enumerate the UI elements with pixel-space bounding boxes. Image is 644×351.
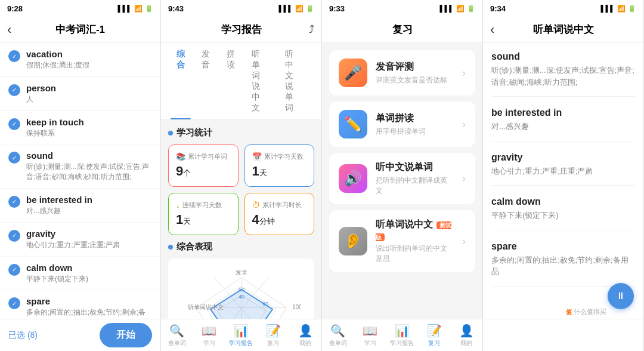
stat-label: ↓ 连续学习天数 <box>176 201 231 210</box>
chevron-right-icon: › <box>462 118 466 131</box>
word-item[interactable]: ✓ keep in touch 保持联系 <box>0 111 160 145</box>
tab-2[interactable]: 拼读 <box>221 43 241 119</box>
stat-unit: 个 <box>183 168 191 177</box>
start-button[interactable]: 开始 <box>100 323 152 347</box>
word-item[interactable]: ✓ be interested in 对...感兴趣 <box>0 189 160 223</box>
tab-4[interactable]: 听中文说单词 <box>279 43 308 119</box>
review-card-icon: 👂 <box>339 227 367 255</box>
listen-word-chinese: 地心引力;重力;严重;庄重;严肃 <box>491 165 635 177</box>
word-item[interactable]: ✓ person 人 <box>0 77 160 111</box>
word-checkbox[interactable]: ✓ <box>8 230 20 242</box>
share-icon[interactable]: ⤴ <box>309 23 314 36</box>
word-checkbox[interactable]: ✓ <box>8 152 20 164</box>
review-card-sub: 说出听到的单词的中文意思 <box>376 244 454 264</box>
back-button-4[interactable]: ‹ <box>490 22 494 38</box>
word-item[interactable]: ✓ vacation 假期;休假;腾出;度假 <box>0 43 160 77</box>
status-icons-2: ▌▌▌ 📶 🔋 <box>279 5 314 13</box>
word-text-block: person 人 <box>26 83 152 104</box>
bottom-nav-item-学习[interactable]: 📖 学习 <box>193 324 225 347</box>
word-item[interactable]: ✓ spare 多余的;闲置的;抽出;赦免;节约;剩余;备用品 <box>0 290 160 319</box>
status-icons-3: ▌▌▌ 📶 🔋 <box>440 5 475 13</box>
listen-word-item: sound 听(诊);测量;测...深;使发声;试探;宣告;声音;语音;磁闻;海… <box>491 51 635 97</box>
bottom-spacer-4 <box>483 319 643 351</box>
stat-card-0: 📚 累计学习单词 9个 <box>168 144 239 187</box>
word-checkbox[interactable]: ✓ <box>8 84 20 96</box>
status-icons-1: ▌▌▌ 📶 🔋 <box>118 5 153 13</box>
listen-word-item: gravity 地心引力;重力;严重;庄重;严肃 <box>491 152 635 186</box>
word-item[interactable]: ✓ sound 听(诊);测量;测...深;使发声;试探;宣告;声音;语音;砂闻… <box>0 144 160 189</box>
nav-bar-3: 复习 <box>322 17 482 43</box>
review-card-sub: 评测英文发音是否达标 <box>376 75 454 85</box>
word-text-block: calm down 平静下来(锁定下来) <box>26 263 152 284</box>
wifi-icon-3: 📶 <box>456 5 465 13</box>
word-checkbox[interactable]: ✓ <box>8 264 20 276</box>
review-card-text: 听单词说中文测试版 说出听到的单词的中文意思 <box>376 218 454 264</box>
bottom-nav-icon: 🔍 <box>330 324 345 338</box>
bottom-nav-label: 我的 <box>299 339 311 347</box>
bottom-nav-item-我的[interactable]: 👤 我的 <box>289 324 321 347</box>
review-card[interactable]: 🔊 听中文说单词 把听到的中文翻译成英文 › <box>329 153 475 204</box>
listen-word-english: calm down <box>491 196 635 207</box>
review-card[interactable]: 🎤 发音评测 评测英文发音是否达标 › <box>329 50 475 96</box>
time-1: 9:28 <box>7 4 23 13</box>
word-chinese: 听(诊);测量;测...深;使发声;试探;宣告;声音;语音;砂闻;海峡;砂闻;听… <box>26 162 152 182</box>
status-icons-4: ▌▌▌ 📶 🔋 <box>601 5 636 13</box>
word-english: calm down <box>26 263 152 273</box>
bottom-nav-item-复习[interactable]: 📝 复习 <box>257 324 289 347</box>
nav-bar-1: ‹ 中考词汇-1 <box>0 17 160 43</box>
word-checkbox[interactable]: ✓ <box>8 297 20 309</box>
word-text-block: be interested in 对...感兴趣 <box>26 195 152 216</box>
review-card-icon: 🔊 <box>339 164 367 193</box>
stat-icon: 📅 <box>252 152 262 161</box>
blue-dot-perf <box>168 245 173 250</box>
panel-review: 9:33 ▌▌▌ 📶 🔋 复习 🎤 发音评测 评测英文发音是否达标 › ✏️ 单… <box>322 0 483 351</box>
word-item[interactable]: ✓ gravity 地心引力;重力;严重;庄重;严肃 <box>0 223 160 257</box>
review-card-text: 听中文说单词 把听到的中文翻译成英文 <box>376 161 454 196</box>
bottom-nav-icon: 👤 <box>298 324 313 338</box>
word-text-block: gravity 地心引力;重力;严重;庄重;严肃 <box>26 229 152 250</box>
bottom-nav-item-查单词[interactable]: 🔍 查单词 <box>161 324 193 347</box>
bottom-nav-item-p3-复习[interactable]: 📝 复习 <box>418 324 450 347</box>
review-card[interactable]: 👂 听单词说中文测试版 说出听到的单词的中文意思 › <box>329 210 475 272</box>
watermark-text: 什么值得买 <box>574 307 606 316</box>
time-2: 9:43 <box>168 4 184 13</box>
bottom-nav-item-学习报告[interactable]: 📊 学习报告 <box>225 324 258 347</box>
listen-word-english: sound <box>491 51 635 62</box>
review-card[interactable]: ✏️ 单词拼读 用字母拼读单词 › <box>329 101 475 147</box>
pause-icon: ⏸ <box>616 291 626 301</box>
word-text-block: sound 听(诊);测量;测...深;使发声;试探;宣告;声音;语音;砂闻;海… <box>26 150 152 182</box>
nav-title-3: 复习 <box>392 23 413 36</box>
tab-0[interactable]: 综合 <box>171 43 191 119</box>
bottom-nav-item-p3-查单词[interactable]: 🔍 查单词 <box>322 324 354 347</box>
battery-icon-1: 🔋 <box>145 5 153 13</box>
review-card-title: 听单词说中文测试版 <box>376 218 454 242</box>
word-chinese: 假期;休假;腾出;度假 <box>26 60 152 70</box>
tab-1[interactable]: 发音 <box>196 43 216 119</box>
back-button-1[interactable]: ‹ <box>7 22 11 38</box>
beta-badge: 测试版 <box>376 221 451 241</box>
battery-icon-3: 🔋 <box>467 5 475 13</box>
bottom-nav-icon: 📊 <box>395 324 410 338</box>
status-bar-4: 9:34 ▌▌▌ 📶 🔋 <box>483 0 643 17</box>
stat-label: 📚 累计学习单词 <box>176 152 231 161</box>
bottom-nav-item-p3-学习[interactable]: 📖 学习 <box>354 324 386 347</box>
tab-3[interactable]: 听单词说中文 <box>246 43 274 119</box>
bottom-nav-item-p3-学习报告[interactable]: 📊 学习报告 <box>386 324 419 347</box>
listen-word-chinese: 听(诊);测量;测...深;使发声;试探;宣告;声音;语音;磁闻;海峡;听力范围… <box>491 64 635 88</box>
bottom-nav-label: 查单词 <box>168 339 186 347</box>
word-list: ✓ vacation 假期;休假;腾出;度假 ✓ person 人 ✓ keep… <box>0 43 160 319</box>
bottom-nav-label: 学习报告 <box>390 339 414 347</box>
word-checkbox[interactable]: ✓ <box>8 196 20 208</box>
bottom-nav-item-p3-我的[interactable]: 👤 我的 <box>450 324 482 347</box>
bottom-nav-icon: 📖 <box>363 324 377 338</box>
stat-label: 📅 累计学习天数 <box>252 152 307 161</box>
pause-button[interactable]: ⏸ <box>608 283 634 309</box>
word-item[interactable]: ✓ calm down 平静下来(锁定下来) <box>0 257 160 291</box>
stat-icon: ↓ <box>176 201 180 210</box>
time-3: 9:33 <box>329 4 345 13</box>
word-checkbox[interactable]: ✓ <box>8 118 20 130</box>
signal-icon-4: ▌▌▌ <box>601 5 615 12</box>
review-card-text: 发音评测 评测英文发音是否达标 <box>376 61 454 85</box>
word-checkbox[interactable]: ✓ <box>8 50 20 62</box>
listen-word-list: sound 听(诊);测量;测...深;使发声;试探;宣告;声音;语音;磁闻;海… <box>483 43 643 319</box>
